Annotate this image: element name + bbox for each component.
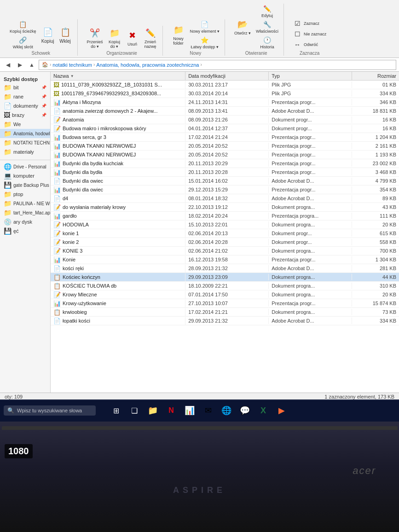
table-row[interactable]: 📄 d4 08.01.2014 18:32 Adobe Acrobat D...… <box>51 194 399 203</box>
edytuj-button[interactable]: ✏️ Edytuj <box>254 4 280 18</box>
table-row[interactable]: 📊 Budynki dla bydła kuchciak 20.11.2013 … <box>51 159 399 168</box>
taskbar-whatsapp[interactable]: 💬 <box>237 402 253 419</box>
file-type-icon: 📊 <box>53 300 61 307</box>
file-date-cell: 08.01.2014 18:32 <box>185 195 269 202</box>
table-row[interactable]: 📝 Budowa makro i mikroskopowa skóry 04.0… <box>51 124 399 133</box>
sidebar-item-ec[interactable]: 💾 ęć <box>0 226 50 236</box>
column-size[interactable]: Rozmiar <box>352 72 399 80</box>
table-row[interactable]: 📝 konie 1 02.06.2014 20:13 Dokument prog… <box>51 229 399 238</box>
column-type[interactable]: Typ <box>269 72 352 80</box>
taskbar-mail[interactable]: ✉ <box>200 402 216 419</box>
table-row[interactable]: 📝 do wysłania materiały krowy 22.10.2013… <box>51 203 399 212</box>
table-row[interactable]: 📝 HODOWLA 15.10.2013 22:01 Dokument prog… <box>51 220 399 229</box>
sidebar-item-materialy[interactable]: 📁 materiały <box>0 147 50 156</box>
taskbar-browser[interactable]: 🌐 <box>218 402 235 419</box>
table-row[interactable]: 📊 Budowa serca, gr 3 17.02.2014 21:24 Pr… <box>51 133 399 142</box>
historia-button[interactable]: 🕐 Historia <box>254 35 280 50</box>
sidebar-item-paulina[interactable]: 📁 PAULINA - NIE WCH <box>0 199 50 208</box>
latwy-dostep-button[interactable]: ⭐ Łatwy dostęp ▾ <box>189 35 221 50</box>
taskbar-explorer[interactable]: 📁 <box>145 402 161 419</box>
back-button[interactable]: ◀ <box>3 60 13 70</box>
kopiuj-button[interactable]: 📄 Kopiuj <box>40 25 56 45</box>
table-row[interactable]: 📊 Budynki dla owiec 29.12.2013 15:29 Pre… <box>51 185 399 194</box>
otworz-button[interactable]: 📂 Otwórz ▾ <box>232 17 253 36</box>
sidebar-item-bit[interactable]: 📁 bit 📌 <box>0 83 50 92</box>
sidebar-item-komputer[interactable]: 💻 komputer <box>0 171 50 180</box>
table-row[interactable]: 📄 łopatki kości 29.09.2013 21:32 Adobe A… <box>51 317 399 325</box>
ribbon-group-organizowanie: ✂️ Przenieśdo ▾ 📁 Kopiujdo ▾ ✖ Usuń ✏️ Z… <box>81 26 163 56</box>
table-row[interactable]: 📋 krwioobieg 17.02.2014 21:21 Dokument p… <box>51 308 399 317</box>
table-row[interactable]: 📋 Kościec kończyn 29.09.2013 23:09 Dokum… <box>51 273 399 282</box>
sidebar-item-rane[interactable]: 📁 rane 📌 <box>0 92 50 101</box>
nowy-folder-button[interactable]: 📁 Nowyfolder <box>170 23 187 46</box>
file-size-cell: 615 KB <box>352 230 399 237</box>
przenes-do-button[interactable]: ✂️ Przenieśdo ▾ <box>85 26 105 50</box>
sidebar-item-ary-dysk[interactable]: 💿 ary dysk <box>0 217 50 226</box>
file-date-cell: 02.06.2014 20:13 <box>185 230 269 237</box>
taskbar-calendar[interactable]: 📊 <box>181 402 198 419</box>
breadcrumb-item-notatki[interactable]: notatki technikum <box>52 62 92 68</box>
taskbar-netflix[interactable]: N <box>163 402 179 419</box>
table-row[interactable]: 📊 Krowy-użytkowanie 27.10.2013 10:07 Pre… <box>51 299 399 308</box>
table-row[interactable]: 📝 konie 2 02.06.2014 20:28 Dokument prog… <box>51 238 399 247</box>
sidebar-item-we[interactable]: 📁 We <box>0 120 50 129</box>
table-row[interactable]: 📊 BUDOWA TKANKI NERWOWEJ 20.05.2014 20:5… <box>51 150 399 159</box>
taskbar-start-button[interactable]: ⊞ <box>108 402 124 419</box>
file-type-cell: Adobe Acrobat D... <box>269 108 352 114</box>
nie-zaznaczaj-button[interactable]: ☐ Nie zaznacz <box>291 29 328 39</box>
sidebar-item-ptop[interactable]: 📁 ptop <box>0 190 50 199</box>
up-button[interactable]: ▲ <box>27 60 37 70</box>
column-date[interactable]: Data modyfikacji <box>185 72 269 80</box>
table-row[interactable]: 📄 Budynki dla owiec 15.01.2014 16:02 Ado… <box>51 177 399 185</box>
zaznacz-wszystko-button[interactable]: ☑ Zaznacz <box>291 18 321 29</box>
file-name-cell: 📊 Budynki dla owiec <box>51 186 185 194</box>
file-date-cell: 20.05.2014 20:52 <box>185 143 269 149</box>
kopiuj-do-button[interactable]: 📁 Kopiujdo ▾ <box>106 26 123 50</box>
sidebar-item-start-here[interactable]: 📁 tart_Here_Mac.app <box>0 208 50 217</box>
table-row[interactable]: 📊 Budynki dla bydła 20.11.2013 20:28 Pre… <box>51 168 399 177</box>
kopiuj-sciezke-button[interactable]: 📋 Kopiuj ścieżkę <box>8 19 38 34</box>
table-row[interactable]: 📝 Krowy Mleczne 07.01.2014 17:50 Dokumen… <box>51 290 399 299</box>
file-type-icon: 📝 <box>53 239 61 246</box>
taskbar-media[interactable]: ▶ <box>273 402 290 419</box>
sidebar-item-brazy[interactable]: 🖼 brazy 📌 <box>0 110 50 120</box>
table-row[interactable]: 📄 kości ręki 28.09.2013 21:32 Adobe Acro… <box>51 264 399 273</box>
taskbar-task-view[interactable]: ❏ <box>126 402 143 419</box>
table-row[interactable]: 📝 KONIE 3 02.06.2014 21:02 Dokument prog… <box>51 247 399 255</box>
file-name-cell: 📝 HODOWLA <box>51 221 185 229</box>
breadcrumb[interactable]: 🏠 › notatki technikum › Anatomia, hodowl… <box>39 60 396 70</box>
usun-button[interactable]: ✖ Usuń <box>124 28 141 47</box>
table-row[interactable]: 📊 Konie 16.12.2013 19:58 Prezentacja pro… <box>51 255 399 264</box>
table-row[interactable]: 📋 KOŚCIEC TUŁOWIA db 18.10.2009 22:21 Do… <box>51 282 399 290</box>
file-name-cell: 📊 Krowy-użytkowanie <box>51 300 185 307</box>
table-row[interactable]: 🖼 10011789_673946799329923_834209308... … <box>51 89 399 98</box>
zmien-nazwe-button[interactable]: ✏️ Zmieńnazwę <box>142 26 159 50</box>
sidebar-item-anatomia-hodowla[interactable]: 📁 Anatomia, hodowla <box>0 129 50 138</box>
taskbar-search[interactable]: 🔍 Wpisz tu wyszukiwane słowa <box>4 405 96 416</box>
file-name: Krowy Mleczne <box>63 292 97 297</box>
taskbar-icons: ⊞ ❏ 📁 N 📊 ✉ 🌐 💬 X ▶ <box>108 402 290 419</box>
table-row[interactable]: 📊 Aktyna i Miozyna 24.11.2013 14:31 Prez… <box>51 98 399 107</box>
wklej-button[interactable]: 📋 Wklej <box>57 25 74 45</box>
odwroc-button[interactable]: ↔ Odwróć <box>291 40 319 50</box>
sidebar-item-dokumenty[interactable]: 📄 dokumenty 📌 <box>0 101 50 110</box>
wklej-skrot-button[interactable]: 🔗 Wklej skrót <box>8 35 38 50</box>
taskbar-excel[interactable]: X <box>255 402 272 419</box>
file-name-cell: 📝 do wysłania materiały krowy <box>51 203 185 211</box>
sidebar-item-notatki-technikum[interactable]: 📁 NOTATKI TECHNIKUM <box>0 138 50 147</box>
nowy-element-button[interactable]: 📄 Nowy element ▾ <box>189 19 221 34</box>
sidebar-item-gate-backup[interactable]: 💾 gate Backup Plus <box>0 180 50 190</box>
table-row[interactable]: 🖼 10111_0739_K0093293ZZ_1B_1031031 S... … <box>51 81 399 89</box>
ribbon: 📋 Kopiuj ścieżkę 🔗 Wklej skrót 📄 Kopiuj <box>0 0 399 58</box>
forward-button[interactable]: ▶ <box>15 60 25 70</box>
table-row[interactable]: 📊 BUDOWA TKANKI NERWOWEJ 20.05.2014 20:5… <box>51 142 399 150</box>
file-type-icon: 📊 <box>53 213 61 220</box>
column-name[interactable]: Nazwa ▼ <box>51 72 185 80</box>
table-row[interactable]: 📝 Anatomia 08.09.2013 21:26 Dokument pro… <box>51 116 399 124</box>
table-row[interactable]: 📊 gardło 18.02.2014 20:24 Prezentacja pr… <box>51 212 399 220</box>
file-name: Budynki dla owiec <box>63 178 103 184</box>
sidebar-item-drive-personal[interactable]: 🌐 Drive - Personal <box>0 162 50 171</box>
table-row[interactable]: 📄 anatomia zwierząt domowych 2 - Akajew.… <box>51 107 399 116</box>
wlasciwosci-button[interactable]: 🔧 Właściwości <box>254 19 280 34</box>
breadcrumb-item-anatomia[interactable]: Anatomia, hodowla, pracownia zootechnicz… <box>96 62 199 68</box>
